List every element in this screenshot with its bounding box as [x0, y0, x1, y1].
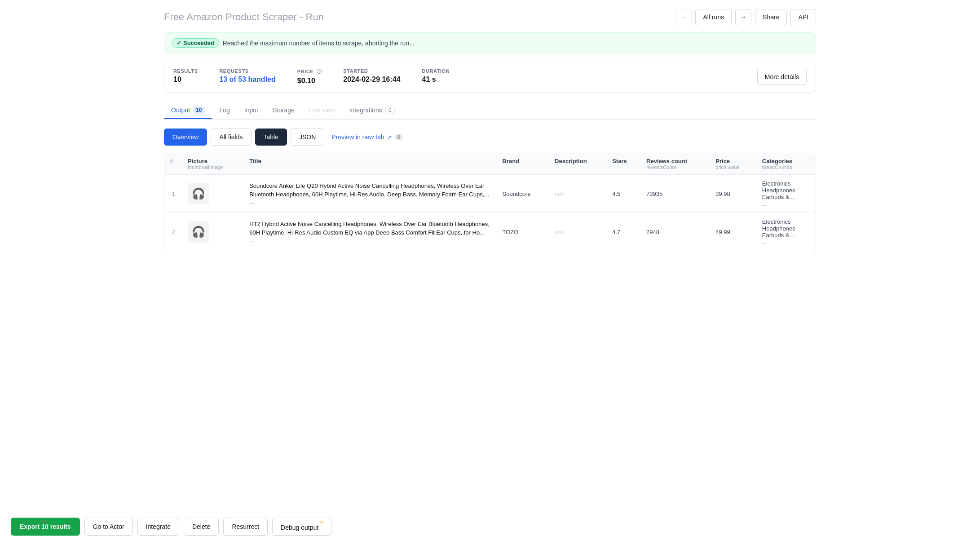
row-brand: TOZO	[497, 213, 550, 251]
stat-started: STARTED 2024-02-29 16:44	[343, 68, 400, 85]
col-header-title: Title	[244, 153, 497, 175]
col-header-categories: Categories breadCrumbs	[757, 153, 816, 175]
page-title: Free Amazon Product Scraper - Run	[164, 11, 324, 23]
nav-prev-button[interactable]: ←	[675, 9, 692, 25]
status-banner: ✓ Succeeded Reached the maximum number o…	[164, 32, 816, 53]
tab-integrations-badge: 0	[385, 106, 395, 114]
results-label: RESULTS	[173, 68, 198, 74]
col-header-num: #	[164, 153, 182, 175]
row-title: Soundcore Anker Life Q20 Hybrid Active N…	[244, 175, 497, 213]
tab-output[interactable]: Output 10	[164, 102, 212, 119]
status-badge: ✓ Succeeded	[172, 38, 219, 48]
row-categories: ElectronicsHeadphonesEarbuds &......	[757, 175, 816, 213]
row-brand: Soundcore	[497, 175, 550, 213]
row-title: HT2 Hybrid Active Noise Cancelling Headp…	[244, 213, 497, 251]
preview-link[interactable]: Preview in new tab ↗ 0	[328, 133, 406, 141]
row-picture: 🎧	[182, 175, 244, 213]
stat-price: PRICE ⓘ $0.10	[297, 68, 322, 85]
price-value: $0.10	[297, 77, 322, 85]
data-table: # Picture thumbnailImage Title Brand Des…	[164, 153, 816, 251]
table-button[interactable]: Table	[255, 129, 287, 146]
row-stars: 4.5	[607, 175, 641, 213]
col-header-reviews-count: Reviews count reviewsCount	[641, 153, 710, 175]
row-picture: 🎧	[182, 213, 244, 251]
json-button[interactable]: JSON	[291, 129, 324, 146]
requests-value: 13 of 53 handled	[219, 75, 275, 84]
tabs-row: Output 10 Log Input Storage Live view In…	[164, 102, 816, 120]
all-fields-button[interactable]: All fields	[211, 129, 251, 146]
preview-badge: 0	[395, 134, 403, 140]
price-label: PRICE ⓘ	[297, 68, 322, 75]
col-header-picture: Picture thumbnailImage	[182, 153, 244, 175]
started-value: 2024-02-29 16:44	[343, 75, 400, 84]
row-reviews-count: 2948	[641, 213, 710, 251]
preview-label: Preview in new tab	[331, 133, 384, 141]
table-row: 2🎧HT2 Hybrid Active Noise Cancelling Hea…	[164, 213, 816, 251]
duration-value: 41 s	[422, 75, 450, 84]
status-message: Reached the maximum number of items to s…	[223, 40, 415, 47]
tab-log[interactable]: Log	[212, 102, 237, 119]
info-icon: ⓘ	[317, 69, 322, 74]
tab-live-view: Live view	[302, 102, 342, 119]
requests-label: REQUESTS	[219, 68, 275, 74]
status-badge-label: Succeeded	[183, 40, 214, 46]
tab-input[interactable]: Input	[237, 102, 265, 119]
row-reviews-count: 73935	[641, 175, 710, 213]
row-categories: ElectronicsHeadphonesEarbuds &......	[757, 213, 816, 251]
check-icon: ✓	[177, 40, 181, 46]
duration-label: DURATION	[422, 68, 450, 74]
more-details-button[interactable]: More details	[757, 69, 807, 85]
title-main: Free Amazon Product Scraper	[164, 11, 297, 22]
col-header-description: Description	[549, 153, 607, 175]
row-num: 2	[164, 213, 182, 251]
tab-integrations[interactable]: Integrations 0	[342, 102, 402, 120]
started-label: STARTED	[343, 68, 400, 74]
row-num: 1	[164, 175, 182, 213]
title-sub: Run	[306, 11, 324, 22]
tab-storage[interactable]: Storage	[265, 102, 302, 119]
col-header-brand: Brand	[497, 153, 550, 175]
all-runs-button[interactable]: All runs	[695, 9, 732, 25]
col-header-stars: Stars	[607, 153, 641, 175]
stat-duration: DURATION 41 s	[422, 68, 450, 85]
table-row: 1🎧Soundcore Anker Life Q20 Hybrid Active…	[164, 175, 816, 213]
nav-next-button[interactable]: →	[735, 9, 751, 25]
header-actions: ← All runs → Share API	[675, 9, 816, 25]
page-header: Free Amazon Product Scraper - Run ← All …	[164, 9, 816, 25]
col-header-price: Price price.value	[710, 153, 757, 175]
overview-button[interactable]: Overview	[164, 129, 207, 146]
view-controls: Overview All fields Table JSON Preview i…	[164, 129, 816, 146]
row-description: null	[549, 175, 607, 213]
tab-output-badge: 10	[193, 106, 205, 114]
stat-requests: REQUESTS 13 of 53 handled	[219, 68, 275, 85]
stats-row: RESULTS 10 REQUESTS 13 of 53 handled PRI…	[164, 61, 816, 93]
api-button[interactable]: API	[790, 9, 816, 25]
share-button[interactable]: Share	[755, 9, 787, 25]
row-price: 39.98	[710, 175, 757, 213]
row-description: null	[549, 213, 607, 251]
external-link-icon: ↗	[387, 134, 392, 141]
row-stars: 4.7	[607, 213, 641, 251]
stats-group: RESULTS 10 REQUESTS 13 of 53 handled PRI…	[173, 68, 450, 85]
results-value: 10	[173, 75, 198, 84]
stat-results: RESULTS 10	[173, 68, 198, 85]
row-price: 49.99	[710, 213, 757, 251]
